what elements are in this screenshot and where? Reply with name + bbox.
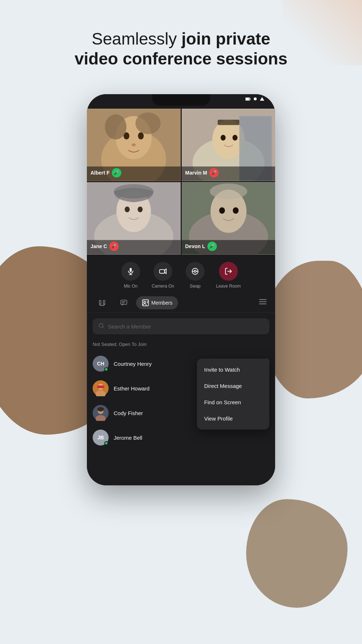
mic-label: Mic On <box>124 284 138 289</box>
label-jane: Jane C 🎤 <box>90 242 119 251</box>
svg-rect-2 <box>246 98 249 100</box>
mic-badge-devon: 🎤 <box>207 242 217 251</box>
swap-button[interactable] <box>186 262 205 281</box>
context-invite[interactable]: Invite to Watch <box>197 361 269 378</box>
member-item-courtney[interactable]: CH Courtney Henry ··· Invite to Watch Di… <box>93 351 269 376</box>
camera-button[interactable] <box>153 262 172 281</box>
chat-icon <box>120 299 127 306</box>
header-section: Seamlessly join private video conference… <box>0 29 362 69</box>
avatar-courtney: CH <box>93 356 109 372</box>
video-grid: Albert F 🎤 <box>87 109 275 255</box>
tab-chat[interactable] <box>114 296 133 309</box>
svg-point-35 <box>219 207 225 214</box>
microphone-icon <box>127 267 135 275</box>
video-cell-devon: Devon L 🎤 <box>182 182 275 255</box>
online-indicator-jerome <box>104 441 108 445</box>
svg-point-63 <box>99 323 103 327</box>
svg-point-20 <box>220 135 226 141</box>
tab-bar: Members <box>87 293 275 313</box>
svg-rect-22 <box>218 120 239 125</box>
camera-icon <box>159 267 167 275</box>
control-mic[interactable]: Mic On <box>121 262 140 289</box>
name-cody: Cody Fisher <box>114 410 143 416</box>
svg-rect-42 <box>160 269 165 273</box>
search-box[interactable]: Search a Member <box>93 318 269 334</box>
svg-rect-68 <box>97 385 104 388</box>
swap-icon <box>191 267 199 275</box>
phone-screen: Albert F 🎤 <box>87 94 275 485</box>
context-profile[interactable]: View Profile <box>197 410 269 427</box>
online-indicator-courtney <box>104 367 108 371</box>
control-swap[interactable]: Swap <box>186 262 205 289</box>
video-cell-albert: Albert F 🎤 <box>87 109 181 181</box>
avatar-photo-cody <box>93 405 109 421</box>
section-label: Not Seated, Open To Join <box>93 342 269 347</box>
svg-rect-50 <box>103 300 105 304</box>
avatar-jerome: JB <box>93 430 109 446</box>
control-camera[interactable]: Camera On <box>152 262 174 289</box>
signal-triangle-icon <box>260 97 264 101</box>
tab-members-label: Members <box>151 300 172 306</box>
control-leave[interactable]: Leave Room <box>216 262 241 289</box>
svg-rect-1 <box>250 99 251 100</box>
seats-icon <box>98 299 106 306</box>
svg-point-3 <box>254 97 257 100</box>
leave-button[interactable] <box>219 262 238 281</box>
video-cell-marvin: Marvin M 🎤 <box>182 109 275 181</box>
phone-frame: Albert F 🎤 <box>87 94 275 485</box>
bg-blob-bottom <box>246 499 348 608</box>
label-devon: Devon L 🎤 <box>185 242 217 251</box>
context-dm[interactable]: Direct Message <box>197 378 269 394</box>
tab-members[interactable]: Members <box>136 296 178 309</box>
controls-bar: Mic On Camera On <box>87 255 275 293</box>
phone-notch <box>152 94 210 106</box>
label-albert: Albert F 🎤 <box>90 168 121 177</box>
context-menu: Invite to Watch Direct Message Find on S… <box>197 359 269 430</box>
svg-rect-49 <box>100 300 101 304</box>
label-marvin: Marvin M 🎤 <box>185 168 219 177</box>
svg-rect-39 <box>130 268 132 272</box>
mic-badge-jane: 🎤 <box>109 242 119 251</box>
signal-dot-icon <box>253 97 257 101</box>
mic-button[interactable] <box>121 262 140 281</box>
search-icon <box>98 323 104 330</box>
svg-point-37 <box>210 184 247 200</box>
search-placeholder: Search a Member <box>108 323 151 330</box>
status-bar <box>245 97 264 101</box>
page-title: Seamlessly join private video conference… <box>22 29 340 69</box>
svg-line-64 <box>102 327 104 328</box>
avatar-esther <box>93 380 109 396</box>
svg-point-13 <box>135 113 161 134</box>
swap-label: Swap <box>190 284 201 289</box>
svg-point-21 <box>232 135 237 141</box>
svg-marker-4 <box>260 97 264 101</box>
svg-point-45 <box>194 270 196 272</box>
members-icon <box>142 299 149 306</box>
context-find[interactable]: Find on Screen <box>197 394 269 410</box>
avatar-photo-esther <box>93 380 109 396</box>
name-courtney: Courtney Henry <box>114 361 152 367</box>
name-jerome: Jerome Bell <box>114 435 142 441</box>
svg-rect-53 <box>121 300 127 304</box>
member-list: CH Courtney Henry ··· Invite to Watch Di… <box>93 351 269 450</box>
tab-menu-button[interactable] <box>256 296 269 309</box>
members-panel: Search a Member Not Seated, Open To Join… <box>87 313 275 456</box>
leave-icon <box>224 267 232 275</box>
tab-seats[interactable] <box>93 296 111 309</box>
svg-point-10 <box>138 132 144 139</box>
mic-badge-marvin: 🎤 <box>209 168 219 177</box>
svg-point-36 <box>233 207 239 214</box>
battery-icon <box>245 97 251 101</box>
leave-label: Leave Room <box>216 284 241 289</box>
svg-point-72 <box>97 407 104 411</box>
svg-point-57 <box>144 301 146 303</box>
hamburger-icon <box>259 299 266 305</box>
avatar-cody <box>93 405 109 421</box>
bg-blob-right <box>264 261 362 398</box>
mic-badge-albert: 🎤 <box>112 168 121 177</box>
svg-point-11 <box>131 143 136 146</box>
name-esther: Esther Howard <box>114 385 150 392</box>
video-cell-jane: Jane C 🎤 <box>87 182 181 255</box>
svg-point-12 <box>105 114 127 139</box>
camera-label: Camera On <box>152 284 174 289</box>
